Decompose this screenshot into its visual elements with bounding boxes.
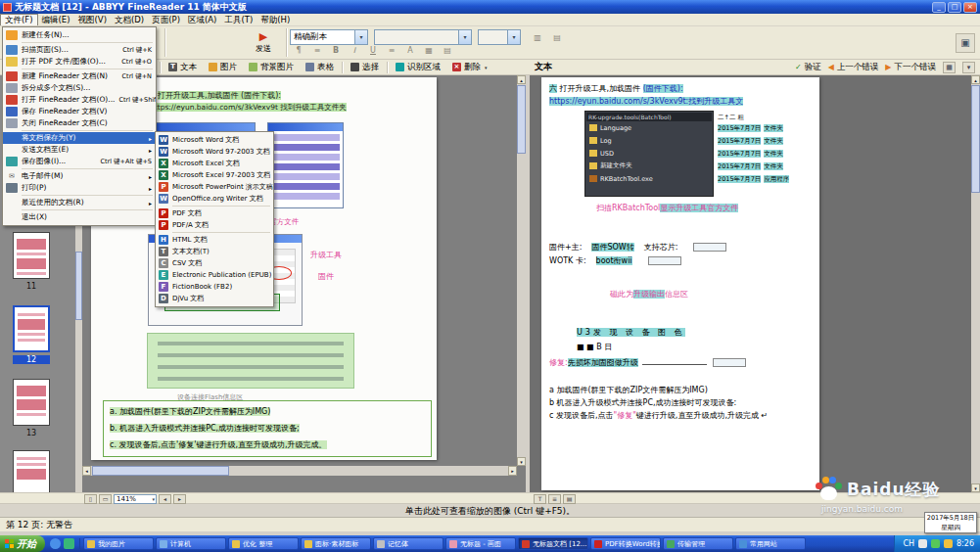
start-button[interactable]: 开始 — [0, 535, 45, 552]
delete-area-button[interactable]: × 删除 ▾ — [447, 61, 492, 74]
verify-button[interactable]: ✓ 验证 — [795, 62, 821, 73]
tray-icon[interactable] — [918, 539, 927, 548]
submenu-item-powerpoint[interactable]: PMicrosoft PowerPoint 演示文稿 — [156, 181, 273, 193]
table-area-tool[interactable]: 表格 — [301, 61, 339, 74]
table-button[interactable]: ▦ — [420, 43, 438, 57]
menu-document[interactable]: 文档(D) — [111, 14, 148, 25]
menu-help[interactable]: 帮助(H) — [257, 14, 294, 25]
submenu-item-excel-97[interactable]: XMicrosoft Excel 97-2003 文档 — [156, 169, 273, 181]
taskbar-item-folder[interactable]: 优化 整理 — [228, 537, 299, 550]
menu-item-save-images[interactable]: 保存图像(I)...Ctrl 键+Alt 键+S — [3, 156, 156, 167]
menu-item-new-document[interactable]: 新建 FineReader 文档(N)Ctrl 键+N — [3, 70, 156, 82]
scroll-right-icon[interactable]: ▸ — [508, 466, 517, 476]
scroll-up-icon[interactable]: ▴ — [517, 75, 526, 84]
menu-view[interactable]: 视图(V) — [74, 14, 111, 25]
submenu-item-writer[interactable]: WOpenOffice.org Writer 文档 — [156, 193, 273, 205]
submenu-item-word-97[interactable]: WMicrosoft Word 97-2003 文档 — [156, 146, 273, 158]
next-page-button[interactable]: ▸ — [173, 494, 186, 504]
scroll-left-icon[interactable]: ◂ — [82, 466, 91, 476]
grid-view-button[interactable]: ▤ — [563, 494, 576, 504]
pilcrow-button[interactable]: ¶ — [290, 43, 307, 57]
menu-item-send-document-to[interactable]: 发送文档至(E)▸ — [3, 144, 156, 156]
zoom-level-select[interactable]: 141% ▾ — [114, 494, 157, 504]
text-size-button[interactable]: T — [534, 494, 546, 504]
image-horizontal-scrollbar[interactable]: ◂ ▸ — [82, 466, 517, 476]
columns-icon[interactable]: ▥ — [529, 29, 546, 45]
screenshot-reader-button[interactable]: ▣ — [956, 33, 975, 53]
submenu-item-fb2[interactable]: FFictionBook (FB2) — [156, 281, 273, 293]
image-vertical-scrollbar[interactable]: ▴ ▾ — [517, 75, 526, 466]
tray-icon[interactable] — [944, 539, 953, 548]
grid-icon[interactable]: ▤ — [548, 29, 566, 45]
menu-item-open-pdf-image[interactable]: 打开 PDF 文件/图像(O)...Ctrl 键+O — [3, 56, 156, 68]
list-view-button[interactable]: ≡ — [548, 494, 561, 504]
submenu-item-djvu[interactable]: DDjVu 文档 — [156, 293, 273, 304]
menu-item-new-task[interactable]: 新建任务(N)... — [3, 29, 156, 41]
taskbar-item-my-pictures[interactable]: 我的图片 — [83, 537, 154, 550]
next-error-button[interactable]: ▶ 下一个错误 — [885, 62, 936, 73]
scrollbar-thumb[interactable] — [971, 85, 980, 193]
ocr-page[interactable]: 六 打开升级工具,加载固件 (固件下载): https://eyun.baidu… — [541, 77, 819, 490]
submenu-item-word[interactable]: WMicrosoft Word 文档 — [156, 134, 273, 146]
scroll-up-icon[interactable]: ▴ — [971, 75, 980, 84]
menu-item-save-document-as[interactable]: 将文档保存为(Y)▸ — [3, 132, 156, 144]
chevron-down-icon[interactable]: ▾ — [485, 65, 488, 70]
underline-button[interactable]: U — [364, 43, 382, 57]
background-image-tool[interactable]: 背景图片 — [244, 61, 299, 74]
scrollbar-thumb[interactable] — [517, 85, 526, 154]
taskbar-item-pdf-converter[interactable]: PDF转换Word转换器 — [590, 537, 661, 550]
minimize-button[interactable]: _ — [932, 2, 946, 13]
taskbar-item-paint[interactable]: 无标题 - 画图 — [445, 537, 516, 550]
bold-button[interactable]: B — [327, 43, 345, 57]
previous-page-button[interactable]: ◂ — [159, 494, 171, 504]
browser-icon[interactable] — [50, 538, 61, 549]
menu-page[interactable]: 页面(P) — [148, 14, 184, 25]
taskbar-item-transfer[interactable]: 传输管理 — [663, 537, 733, 550]
menu-item-open-document[interactable]: 打开 FineReader 文档(O)...Ctrl 键+Shift 键+N — [3, 94, 156, 106]
text-area-tool[interactable]: T 文本 — [163, 61, 202, 74]
page-thumbnail-13[interactable] — [13, 379, 50, 426]
submenu-item-html[interactable]: HHTML 文档 — [156, 234, 273, 246]
scrollbar-thumb[interactable] — [92, 466, 229, 476]
submenu-item-csv[interactable]: CCSV 文档 — [156, 257, 273, 269]
maximize-button[interactable]: □ — [948, 2, 961, 13]
chevron-down-icon[interactable]: ▾ — [507, 30, 520, 44]
page-number-11[interactable]: 11 — [13, 282, 50, 291]
language-indicator[interactable]: CH — [903, 539, 914, 548]
menu-item-email[interactable]: ✉电子邮件(M)▸ — [3, 170, 156, 182]
menu-edit[interactable]: 编辑(E) — [38, 14, 74, 25]
panel-layout-button[interactable]: ▦ — [943, 62, 956, 73]
menu-file[interactable]: 文件(F) — [0, 14, 38, 25]
taskbar-item-computer[interactable]: 计算机 — [156, 537, 226, 550]
font-size-select[interactable]: ▾ — [478, 29, 521, 45]
align-button[interactable]: ≡ — [383, 43, 400, 57]
send-button[interactable]: ▶ 发送 — [245, 27, 282, 58]
submenu-item-excel[interactable]: XMicrosoft Excel 文档 — [156, 158, 273, 169]
previous-error-button[interactable]: ◀ 上一个错误 — [828, 62, 879, 73]
chevron-down-icon[interactable]: ▾ — [354, 30, 367, 44]
scroll-down-icon[interactable]: ▾ — [971, 483, 980, 492]
submenu-item-pdfa[interactable]: PPDF/A 文档 — [156, 219, 273, 231]
page-thumbnail-11[interactable] — [13, 232, 50, 279]
menu-item-close-document[interactable]: 关闭 FineReader 文档(C) — [3, 117, 156, 129]
menu-item-print[interactable]: 打印(P)▸ — [3, 182, 156, 194]
menu-item-split-document[interactable]: 拆分成多个文档(S)... — [3, 82, 156, 94]
menu-item-recent-documents[interactable]: 最近使用的文档(R)▸ — [3, 197, 156, 208]
close-button[interactable]: × — [963, 2, 977, 13]
recognize-area-button[interactable]: 识别区域 — [391, 61, 445, 74]
page-thumbnail-14[interactable] — [13, 450, 50, 497]
scroll-down-icon[interactable]: ▾ — [517, 457, 526, 466]
chevron-down-icon[interactable]: ▾ — [152, 496, 156, 502]
taskbar-item-folder2[interactable]: 图标·素材图标 — [301, 537, 371, 550]
taskbar-item-finereader-active[interactable]: 无标题文档 [12... — [518, 537, 588, 550]
menu-area[interactable]: 区域(A) — [184, 14, 220, 25]
page-number-13[interactable]: 13 — [13, 429, 50, 437]
text-vertical-scrollbar[interactable]: ▴ ▾ — [971, 75, 980, 492]
menu-item-scan-pages[interactable]: 扫描页面(S)...Ctrl 键+K — [3, 44, 156, 56]
tray-icon[interactable] — [931, 539, 940, 548]
menu-item-save-document[interactable]: 保存 FineReader 文档(V) — [3, 106, 156, 117]
submenu-item-epub[interactable]: EElectronic Publication (EPUB) — [156, 269, 273, 281]
italic-button[interactable]: I — [346, 43, 363, 57]
clock[interactable]: 8:26 — [957, 539, 974, 548]
submenu-item-pdf[interactable]: PPDF 文档 — [156, 207, 273, 219]
